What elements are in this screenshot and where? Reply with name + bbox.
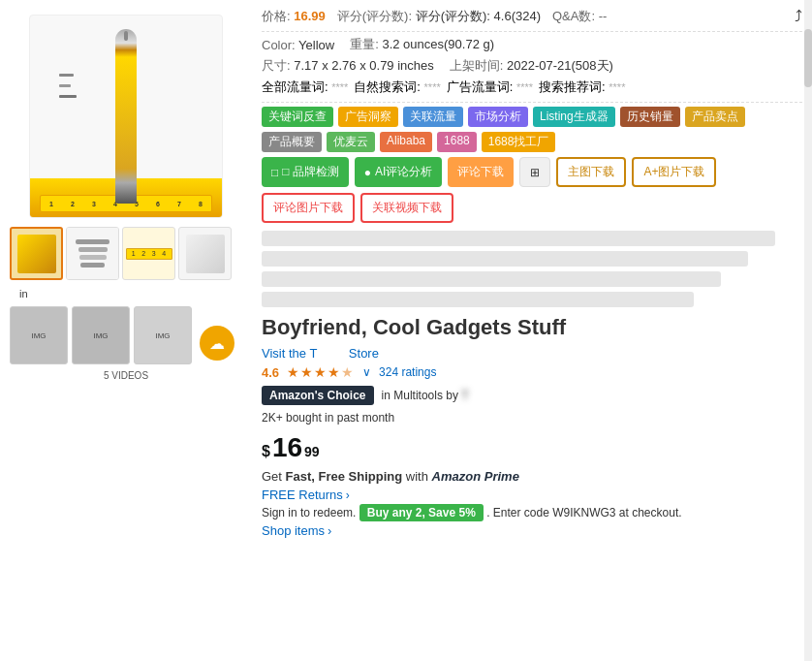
tag-10[interactable]: 1688 bbox=[437, 132, 477, 152]
color-value: Yellow bbox=[298, 38, 334, 52]
cloud-download-button[interactable]: ☁ bbox=[200, 326, 234, 361]
tag-3[interactable]: 市场分析 bbox=[468, 107, 528, 127]
thumbnails-area: 1234 bbox=[0, 223, 252, 284]
rating-row: 4.6 ★★★★★ ∨ 324 ratings bbox=[262, 364, 802, 380]
review-image-download-button[interactable]: 评论图片下载 bbox=[262, 193, 355, 223]
weight-value: 3.2 ounces(90.72 g) bbox=[382, 37, 494, 51]
in-multitools-text: in Multitools by T bbox=[382, 389, 511, 402]
sign-in-row: Sign in to redeem. Buy any 2, Save 5% . … bbox=[262, 506, 802, 519]
amazon-prime-label: Amazon Prime bbox=[432, 469, 519, 484]
video-count-label: 5 VIDEOS bbox=[0, 368, 252, 383]
shipping-row: Get Fast, Free Shipping with Amazon Prim… bbox=[262, 469, 802, 484]
tag-0[interactable]: 关键词反查 bbox=[262, 107, 333, 127]
video-thumb-2[interactable]: IMG bbox=[72, 306, 130, 364]
shop-items-link[interactable]: Shop items bbox=[262, 523, 325, 538]
price-row: $ 16 99 bbox=[262, 432, 802, 463]
chevron-down-icon[interactable]: ∨ bbox=[362, 365, 371, 379]
price-cents: 99 bbox=[304, 444, 320, 459]
thumb-2[interactable] bbox=[66, 227, 119, 280]
keywords-row: 全部流量词: **** 自然搜索词: **** 广告流量词: **** 搜索推荐… bbox=[262, 79, 802, 96]
brand-check-button[interactable]: □ □ 品牌检测 bbox=[262, 157, 349, 187]
badge-row: Amazon's Choice in Multitools by T bbox=[262, 386, 802, 405]
grid-button[interactable]: ⊞ bbox=[519, 157, 550, 187]
blurred-title-line-1 bbox=[262, 231, 775, 246]
traffic-kw: 全部流量词: **** bbox=[262, 79, 348, 96]
size-value: 7.17 x 2.76 x 0.79 inches bbox=[294, 58, 434, 73]
scrollbar-thumb[interactable] bbox=[804, 29, 812, 87]
divider-1 bbox=[262, 31, 802, 32]
blurred-title-line-4 bbox=[262, 292, 694, 307]
blurred-title-line-3 bbox=[262, 271, 721, 287]
scrollbar[interactable] bbox=[804, 0, 812, 661]
color-weight-row: Color: Yellow 重量: 3.2 ounces(90.72 g) bbox=[262, 36, 802, 53]
rating-number: 4.6 bbox=[262, 365, 279, 380]
blurred-title-area bbox=[262, 231, 802, 307]
weight-detail: 重量: 3.2 ounces(90.72 g) bbox=[350, 36, 494, 53]
store-link[interactable]: Visit the T Store bbox=[262, 346, 802, 361]
tag-4[interactable]: Listing生成器 bbox=[533, 107, 615, 127]
store-suffix: Store bbox=[345, 346, 379, 361]
review-download-button[interactable]: 评论下载 bbox=[448, 157, 514, 187]
recommend-kw: 搜索推荐词: **** bbox=[539, 79, 625, 96]
tag-11[interactable]: 1688找工厂 bbox=[482, 132, 556, 152]
price-label: 价格: 16.99 bbox=[262, 8, 326, 25]
shop-items-row[interactable]: Shop items › bbox=[262, 523, 802, 538]
date-value: 2022-07-21(508天) bbox=[507, 58, 613, 73]
tag-5[interactable]: 历史销量 bbox=[620, 107, 680, 127]
main-image-download-button[interactable]: 主图下载 bbox=[556, 157, 626, 187]
visit-the-text: Visit the T bbox=[262, 346, 317, 361]
size-detail: 尺寸: 7.17 x 2.76 x 0.79 inches bbox=[262, 57, 434, 75]
date-detail: 上架时间: 2022-07-21(508天) bbox=[450, 57, 613, 75]
video-thumbs-row: IMG IMG IMG ☁ bbox=[0, 302, 252, 368]
chevron-right-icon-shop: › bbox=[328, 523, 331, 538]
amazons-choice-badge: Amazon's Choice bbox=[262, 386, 374, 405]
blurred-title-line-2 bbox=[262, 251, 748, 267]
aplus-image-download-button[interactable]: A+图片下载 bbox=[632, 157, 716, 187]
price-value: 16.99 bbox=[294, 9, 326, 23]
rating-label-top: 评分(评分数): 评分(评分数): 4.6(324) bbox=[337, 8, 541, 25]
top-info-row: 价格: 16.99 评分(评分数): 评分(评分数): 4.6(324) Q&A… bbox=[262, 8, 802, 25]
qa-label: Q&A数: -- bbox=[552, 8, 607, 25]
related-video-download-button[interactable]: 关联视频下载 bbox=[360, 193, 453, 223]
divider-2 bbox=[262, 102, 802, 103]
main-container: 12345678 1234 bbox=[0, 0, 812, 661]
price-dollar-sign: $ bbox=[262, 443, 270, 460]
ratings-count[interactable]: 324 ratings bbox=[379, 365, 436, 379]
thumb-4[interactable] bbox=[178, 227, 232, 280]
sign-in-text: Sign in to redeem. bbox=[262, 506, 356, 519]
thumb-3[interactable]: 1234 bbox=[122, 227, 175, 280]
in-label: in bbox=[10, 286, 38, 301]
share-icon: ⤴ bbox=[795, 8, 802, 24]
tag-1[interactable]: 广告洞察 bbox=[338, 107, 398, 127]
thumb-1[interactable] bbox=[10, 227, 63, 280]
tag-9[interactable]: Alibaba bbox=[380, 132, 432, 152]
visible-title: Boyfriend, Cool Gadgets Stuff bbox=[262, 315, 802, 340]
coupon-badge[interactable]: Buy any 2, Save 5% bbox=[359, 504, 484, 521]
tag-6[interactable]: 产品卖点 bbox=[685, 107, 745, 127]
blurred-store bbox=[317, 346, 345, 361]
free-returns-link[interactable]: FREE Returns bbox=[262, 488, 343, 502]
checkout-text: . Enter code W9IKNWG3 at checkout. bbox=[486, 506, 681, 519]
video-thumb-3[interactable]: IMG bbox=[134, 306, 192, 364]
natural-kw: 自然搜索词: **** bbox=[354, 79, 440, 96]
fast-free-shipping: Fast, Free Shipping bbox=[286, 469, 403, 484]
price-main: 16 bbox=[272, 432, 302, 463]
tag-8[interactable]: 优麦云 bbox=[327, 132, 375, 152]
bought-row: 2K+ bought in past month bbox=[262, 411, 802, 425]
circle-icon: ● bbox=[364, 166, 371, 179]
star-rating: ★★★★★ bbox=[287, 364, 355, 380]
action-buttons-row1: □ □ 品牌检测 ● AI评论分析 评论下载 ⊞ 主图下载 A+图片下载 bbox=[262, 157, 802, 187]
ad-kw: 广告流量词: **** bbox=[447, 79, 533, 96]
tag-2[interactable]: 关联流量 bbox=[403, 107, 463, 127]
size-date-row: 尺寸: 7.17 x 2.76 x 0.79 inches 上架时间: 2022… bbox=[262, 57, 802, 75]
free-returns[interactable]: FREE Returns › bbox=[262, 488, 802, 502]
video-thumb-1[interactable]: IMG bbox=[10, 306, 68, 364]
ai-review-button[interactable]: ● AI评论分析 bbox=[355, 157, 443, 187]
main-image-area: 12345678 bbox=[19, 10, 233, 223]
tag-7[interactable]: 产品概要 bbox=[262, 132, 322, 152]
chevron-right-icon: › bbox=[346, 488, 350, 502]
in-label-area: in bbox=[0, 284, 252, 302]
share-button[interactable]: ⤴ bbox=[795, 8, 802, 25]
right-content: 价格: 16.99 评分(评分数): 评分(评分数): 4.6(324) Q&A… bbox=[252, 0, 812, 661]
action-buttons-row2: 评论图片下载 关联视频下载 bbox=[262, 193, 802, 223]
